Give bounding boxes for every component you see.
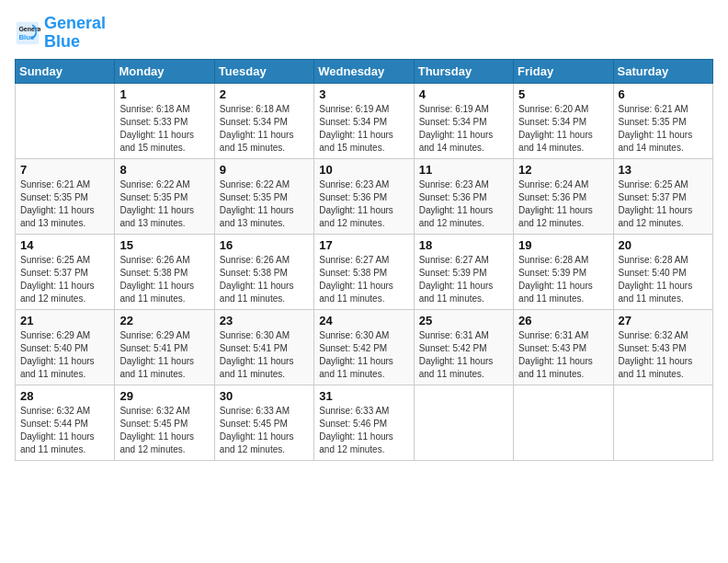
day-number: 9 — [220, 163, 309, 177]
day-info: Sunrise: 6:19 AM Sunset: 5:34 PM Dayligh… — [319, 103, 408, 155]
weekday-header: Friday — [514, 59, 613, 83]
day-info: Sunrise: 6:25 AM Sunset: 5:37 PM Dayligh… — [619, 178, 708, 230]
calendar-body: 1Sunrise: 6:18 AM Sunset: 5:33 PM Daylig… — [16, 83, 713, 460]
calendar-cell: 15Sunrise: 6:26 AM Sunset: 5:38 PM Dayli… — [115, 234, 214, 309]
calendar-cell: 17Sunrise: 6:27 AM Sunset: 5:38 PM Dayli… — [314, 234, 414, 309]
day-number: 2 — [220, 87, 309, 101]
weekday-header: Monday — [115, 59, 214, 83]
day-number: 3 — [319, 87, 408, 101]
day-info: Sunrise: 6:24 AM Sunset: 5:36 PM Dayligh… — [518, 178, 608, 230]
calendar-cell: 28Sunrise: 6:32 AM Sunset: 5:44 PM Dayli… — [16, 385, 115, 460]
day-number: 16 — [220, 238, 309, 252]
day-info: Sunrise: 6:27 AM Sunset: 5:38 PM Dayligh… — [319, 254, 408, 305]
weekday-header: Sunday — [16, 59, 115, 83]
day-number: 26 — [518, 314, 608, 327]
calendar-cell: 8Sunrise: 6:22 AM Sunset: 5:35 PM Daylig… — [115, 158, 214, 234]
day-info: Sunrise: 6:18 AM Sunset: 5:34 PM Dayligh… — [220, 103, 309, 155]
day-number: 18 — [419, 238, 508, 252]
day-info: Sunrise: 6:19 AM Sunset: 5:34 PM Dayligh… — [419, 103, 508, 155]
day-info: Sunrise: 6:27 AM Sunset: 5:39 PM Dayligh… — [419, 254, 508, 305]
calendar-cell: 10Sunrise: 6:23 AM Sunset: 5:36 PM Dayli… — [314, 158, 414, 234]
calendar-cell: 18Sunrise: 6:27 AM Sunset: 5:39 PM Dayli… — [414, 234, 513, 309]
calendar-cell: 31Sunrise: 6:33 AM Sunset: 5:46 PM Dayli… — [314, 385, 414, 460]
day-number: 7 — [20, 163, 109, 177]
day-number: 4 — [419, 87, 508, 101]
day-number: 10 — [319, 163, 408, 177]
page-header: General Blue GeneralBlue — [15, 15, 713, 52]
day-info: Sunrise: 6:33 AM Sunset: 5:46 PM Dayligh… — [319, 405, 408, 456]
calendar-cell — [613, 385, 712, 460]
calendar-cell: 1Sunrise: 6:18 AM Sunset: 5:33 PM Daylig… — [115, 83, 214, 158]
day-number: 19 — [518, 238, 608, 252]
day-info: Sunrise: 6:32 AM Sunset: 5:44 PM Dayligh… — [20, 405, 109, 456]
day-number: 27 — [619, 314, 708, 327]
day-number: 17 — [319, 238, 408, 252]
calendar-table: SundayMondayTuesdayWednesdayThursdayFrid… — [15, 59, 713, 461]
day-info: Sunrise: 6:31 AM Sunset: 5:43 PM Dayligh… — [518, 329, 608, 381]
day-number: 13 — [619, 163, 708, 177]
logo: General Blue GeneralBlue — [15, 15, 106, 52]
day-number: 15 — [119, 238, 209, 252]
day-info: Sunrise: 6:29 AM Sunset: 5:41 PM Dayligh… — [119, 329, 209, 381]
calendar-week-row: 7Sunrise: 6:21 AM Sunset: 5:35 PM Daylig… — [16, 158, 713, 234]
calendar-cell: 11Sunrise: 6:23 AM Sunset: 5:36 PM Dayli… — [414, 158, 513, 234]
day-info: Sunrise: 6:22 AM Sunset: 5:35 PM Dayligh… — [119, 178, 209, 230]
day-info: Sunrise: 6:28 AM Sunset: 5:39 PM Dayligh… — [518, 254, 608, 305]
day-info: Sunrise: 6:18 AM Sunset: 5:33 PM Dayligh… — [119, 103, 209, 155]
logo-icon: General Blue — [15, 20, 40, 46]
logo-text: GeneralBlue — [44, 15, 106, 52]
day-number: 30 — [220, 389, 309, 403]
day-info: Sunrise: 6:22 AM Sunset: 5:35 PM Dayligh… — [220, 178, 309, 230]
calendar-cell: 29Sunrise: 6:32 AM Sunset: 5:45 PM Dayli… — [115, 385, 214, 460]
day-number: 29 — [119, 389, 209, 403]
calendar-cell: 6Sunrise: 6:21 AM Sunset: 5:35 PM Daylig… — [613, 83, 712, 158]
day-info: Sunrise: 6:33 AM Sunset: 5:45 PM Dayligh… — [220, 405, 309, 456]
calendar-cell: 16Sunrise: 6:26 AM Sunset: 5:38 PM Dayli… — [214, 234, 313, 309]
day-number: 12 — [518, 163, 608, 177]
day-info: Sunrise: 6:32 AM Sunset: 5:43 PM Dayligh… — [619, 329, 708, 381]
calendar-cell: 3Sunrise: 6:19 AM Sunset: 5:34 PM Daylig… — [314, 83, 414, 158]
day-info: Sunrise: 6:25 AM Sunset: 5:37 PM Dayligh… — [20, 254, 109, 305]
day-number: 20 — [619, 238, 708, 252]
calendar-cell — [16, 83, 115, 158]
calendar-cell: 24Sunrise: 6:30 AM Sunset: 5:42 PM Dayli… — [314, 309, 414, 385]
calendar-cell: 19Sunrise: 6:28 AM Sunset: 5:39 PM Dayli… — [514, 234, 613, 309]
weekday-header: Wednesday — [314, 59, 414, 83]
day-info: Sunrise: 6:30 AM Sunset: 5:42 PM Dayligh… — [319, 329, 408, 381]
day-info: Sunrise: 6:23 AM Sunset: 5:36 PM Dayligh… — [419, 178, 508, 230]
calendar-cell: 9Sunrise: 6:22 AM Sunset: 5:35 PM Daylig… — [214, 158, 313, 234]
calendar-cell: 27Sunrise: 6:32 AM Sunset: 5:43 PM Dayli… — [613, 309, 712, 385]
calendar-cell: 7Sunrise: 6:21 AM Sunset: 5:35 PM Daylig… — [16, 158, 115, 234]
calendar-week-row: 1Sunrise: 6:18 AM Sunset: 5:33 PM Daylig… — [16, 83, 713, 158]
weekday-header: Saturday — [613, 59, 712, 83]
calendar-cell: 14Sunrise: 6:25 AM Sunset: 5:37 PM Dayli… — [16, 234, 115, 309]
day-number: 21 — [20, 314, 109, 327]
day-number: 5 — [518, 87, 608, 101]
day-info: Sunrise: 6:21 AM Sunset: 5:35 PM Dayligh… — [619, 103, 708, 155]
day-number: 24 — [319, 314, 408, 327]
day-number: 31 — [319, 389, 408, 403]
day-number: 14 — [20, 238, 109, 252]
day-number: 28 — [20, 389, 109, 403]
day-info: Sunrise: 6:26 AM Sunset: 5:38 PM Dayligh… — [119, 254, 209, 305]
calendar-cell: 20Sunrise: 6:28 AM Sunset: 5:40 PM Dayli… — [613, 234, 712, 309]
calendar-cell: 12Sunrise: 6:24 AM Sunset: 5:36 PM Dayli… — [514, 158, 613, 234]
calendar-cell: 23Sunrise: 6:30 AM Sunset: 5:41 PM Dayli… — [214, 309, 313, 385]
day-number: 1 — [119, 87, 209, 101]
day-number: 22 — [119, 314, 209, 327]
day-info: Sunrise: 6:21 AM Sunset: 5:35 PM Dayligh… — [20, 178, 109, 230]
calendar-cell: 5Sunrise: 6:20 AM Sunset: 5:34 PM Daylig… — [514, 83, 613, 158]
calendar-week-row: 14Sunrise: 6:25 AM Sunset: 5:37 PM Dayli… — [16, 234, 713, 309]
calendar-week-row: 28Sunrise: 6:32 AM Sunset: 5:44 PM Dayli… — [16, 385, 713, 460]
day-info: Sunrise: 6:31 AM Sunset: 5:42 PM Dayligh… — [419, 329, 508, 381]
day-number: 25 — [419, 314, 508, 327]
calendar-header-row: SundayMondayTuesdayWednesdayThursdayFrid… — [16, 59, 713, 83]
calendar-cell — [514, 385, 613, 460]
day-info: Sunrise: 6:29 AM Sunset: 5:40 PM Dayligh… — [20, 329, 109, 381]
calendar-cell: 22Sunrise: 6:29 AM Sunset: 5:41 PM Dayli… — [115, 309, 214, 385]
calendar-cell: 21Sunrise: 6:29 AM Sunset: 5:40 PM Dayli… — [16, 309, 115, 385]
day-info: Sunrise: 6:26 AM Sunset: 5:38 PM Dayligh… — [220, 254, 309, 305]
calendar-cell: 4Sunrise: 6:19 AM Sunset: 5:34 PM Daylig… — [414, 83, 513, 158]
calendar-cell: 30Sunrise: 6:33 AM Sunset: 5:45 PM Dayli… — [214, 385, 313, 460]
calendar-week-row: 21Sunrise: 6:29 AM Sunset: 5:40 PM Dayli… — [16, 309, 713, 385]
